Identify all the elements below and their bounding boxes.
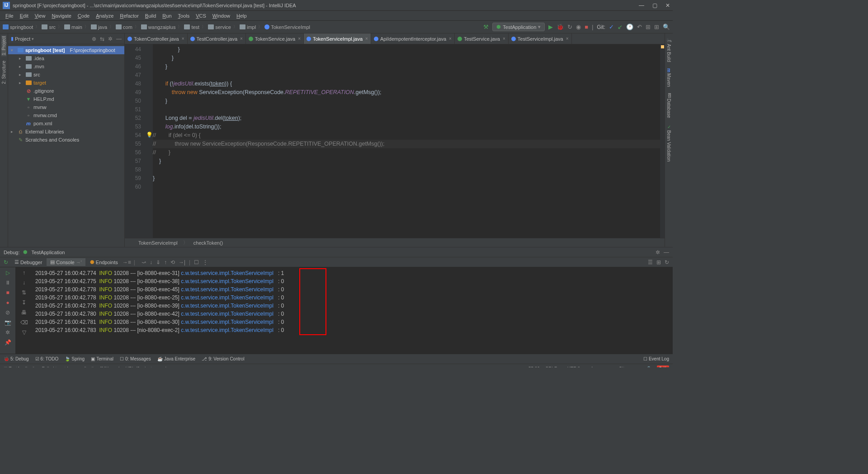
tab-TokenService.java[interactable]: TokenService.java× — [246, 33, 304, 44]
debug-hide-icon[interactable]: — — [664, 249, 669, 256]
crumb-java[interactable]: java — [91, 24, 107, 30]
tab-TokenServiceImpl.java[interactable]: TokenServiceImpl.java× — [304, 33, 371, 44]
tree-item-mvnw.cmd[interactable]: ▫mvnw.cmd — [8, 111, 124, 119]
crumb-wangzaiplus[interactable]: wangzaiplus — [141, 24, 176, 30]
thread-icon[interactable]: ⊞ — [656, 259, 661, 265]
menu-code[interactable]: Code — [75, 12, 92, 19]
external-libraries[interactable]: ▸⎙External Libraries — [8, 128, 124, 136]
bean-validation-tab[interactable]: ✓Bean Validation — [666, 123, 671, 163]
git-branch[interactable]: Git: wxw ≑ — [619, 366, 641, 367]
minimize-button[interactable]: — — [639, 2, 644, 9]
drop-frame-icon[interactable]: ⟲ — [170, 259, 175, 265]
force-step-icon[interactable]: ⇓ — [156, 259, 160, 265]
trace-icon[interactable]: ⋮ — [203, 259, 208, 265]
crumb-class[interactable]: TokenServiceImpl — [138, 240, 178, 246]
structure-icon[interactable]: ⊞ — [646, 24, 651, 30]
menu-build[interactable]: Build — [142, 12, 159, 19]
tool-0-Messages[interactable]: ☐0: Messages — [120, 356, 151, 361]
step-into-icon[interactable]: ↓ — [150, 259, 152, 265]
maven-tab[interactable]: mMaven — [666, 67, 671, 88]
collapse-icon[interactable]: ⇆ — [100, 36, 104, 42]
stop-icon[interactable]: ■ — [4, 289, 11, 296]
encoding[interactable]: UTF-8 ≑ — [567, 366, 585, 367]
coverage-icon[interactable]: ↻ — [567, 24, 572, 30]
project-tool-tab[interactable]: 1: Project — [1, 35, 6, 56]
crumb-service[interactable]: service — [208, 24, 231, 30]
run-cursor-icon[interactable]: →| — [179, 259, 185, 265]
crumb-springboot[interactable]: springboot — [3, 24, 33, 30]
endpoints-tab[interactable]: ⬣Endpoints — [86, 258, 122, 266]
wrap-icon[interactable]: ⇅ — [20, 289, 28, 296]
tool-9-Version-Control[interactable]: ⎇9: Version Control — [202, 356, 245, 361]
tool-6-TODO[interactable]: ☑6: TODO — [35, 356, 59, 361]
lock-icon[interactable]: 🔓 — [646, 366, 651, 367]
tree-item-target[interactable]: ▸target — [8, 79, 124, 87]
run-configuration[interactable]: ⬢TestApplication▾ — [492, 23, 545, 31]
dump-icon[interactable]: 📷 — [4, 319, 11, 326]
menu-navigate[interactable]: Navigate — [49, 12, 74, 19]
debug-icon[interactable]: 🐞 — [557, 24, 564, 30]
cursor-position[interactable]: 55:86 — [528, 366, 540, 367]
lang-indicator[interactable]: S英 — [657, 365, 669, 368]
menu-analyze[interactable]: Analyze — [93, 12, 116, 19]
menu-window[interactable]: Window — [210, 12, 233, 19]
tab-TestService.java[interactable]: TestService.java× — [455, 33, 509, 44]
tab-ApiIdempotentInterceptor.java[interactable]: ApiIdempotentInterceptor.java× — [371, 33, 455, 44]
tool-5-Debug[interactable]: 🐞5: Debug — [4, 356, 29, 361]
run-icon[interactable]: ▶ — [548, 24, 553, 30]
tool-Spring[interactable]: 🍃Spring — [65, 356, 85, 361]
database-tab[interactable]: 🗄Database — [666, 92, 672, 119]
close-button[interactable]: ✕ — [665, 2, 670, 9]
tree-item-src[interactable]: ▸src — [8, 71, 124, 79]
restore-icon[interactable]: ↻ — [665, 259, 669, 265]
menu-file[interactable]: File — [3, 12, 16, 19]
print-icon[interactable]: 🖶 — [20, 309, 28, 316]
project-root[interactable]: ▾ springboot [test] F:\project\springboo… — [8, 46, 124, 54]
hide-icon[interactable]: — — [116, 36, 122, 42]
menu-refactor[interactable]: Refactor — [117, 12, 142, 19]
settings-icon[interactable]: ✲ — [108, 36, 113, 42]
code-editor[interactable]: } } } if (!jedisUtil.exists(token)) { th… — [153, 44, 660, 238]
bulb-icon[interactable]: 💡 — [146, 130, 153, 139]
error-stripe[interactable] — [660, 44, 665, 238]
tab-TestServiceImpl.java[interactable]: TestServiceImpl.java× — [509, 33, 572, 44]
crumb-impl[interactable]: impl — [240, 24, 256, 30]
up-icon[interactable]: ↑ — [20, 269, 28, 276]
pause-icon[interactable]: ⏸ — [4, 279, 11, 286]
filter-icon[interactable]: ▽ — [20, 329, 28, 336]
menu-tools[interactable]: Tools — [175, 12, 193, 19]
ant-build-tab[interactable]: 🐜Ant Build — [666, 36, 671, 63]
menu-edit[interactable]: Edit — [17, 12, 31, 19]
line-separator[interactable]: CRLF ≑ — [545, 366, 562, 367]
tab-TokenController.java[interactable]: TokenController.java× — [125, 33, 188, 44]
scratches[interactable]: ✎Scratches and Consoles — [8, 136, 124, 144]
crumb-test[interactable]: test — [184, 24, 199, 30]
pin-icon[interactable]: 📌 — [4, 339, 11, 346]
target-icon[interactable]: ⊕ — [92, 36, 96, 42]
search-icon[interactable]: 🔍 — [663, 24, 670, 30]
tab-TestController.java[interactable]: TestController.java× — [188, 33, 246, 44]
down-icon[interactable]: ↓ — [20, 279, 28, 286]
stop-icon[interactable]: ■ — [585, 24, 588, 30]
structure-tool-tab[interactable]: 2: Structure — [1, 60, 6, 85]
crumb-method[interactable]: checkToken() — [193, 240, 223, 246]
menu-run[interactable]: Run — [160, 12, 174, 19]
profile-icon[interactable]: ◉ — [576, 24, 581, 30]
menu-help[interactable]: Help — [234, 12, 250, 19]
crumb-src[interactable]: src — [42, 24, 56, 30]
crumb-TokenServiceImpl[interactable]: TokenServiceImpl — [264, 24, 310, 30]
menu-vcs[interactable]: VCS — [193, 12, 209, 19]
tree-item-.gitignore[interactable]: ⊘.gitignore — [8, 87, 124, 95]
tree-item-pom.xml[interactable]: mpom.xml — [8, 119, 124, 128]
git-history-icon[interactable]: 🕐 — [626, 24, 633, 30]
tree-item-mvnw[interactable]: ▫mvnw — [8, 103, 124, 111]
tree-item-HELP.md[interactable]: ▼HELP.md — [8, 95, 124, 103]
tool-Java-Enterprise[interactable]: ☕Java Enterprise — [157, 356, 195, 361]
step-over-icon[interactable]: ⤻ — [142, 259, 146, 265]
rerun-icon[interactable]: ↻ — [2, 259, 10, 265]
step-out-icon[interactable]: ↑ — [164, 259, 167, 265]
clear-icon[interactable]: ⌫ — [20, 319, 28, 326]
git-commit-icon[interactable]: ↙ — [618, 24, 623, 30]
mute-icon[interactable]: ⊘ — [4, 309, 11, 316]
build-icon[interactable]: ⚒ — [483, 24, 489, 30]
